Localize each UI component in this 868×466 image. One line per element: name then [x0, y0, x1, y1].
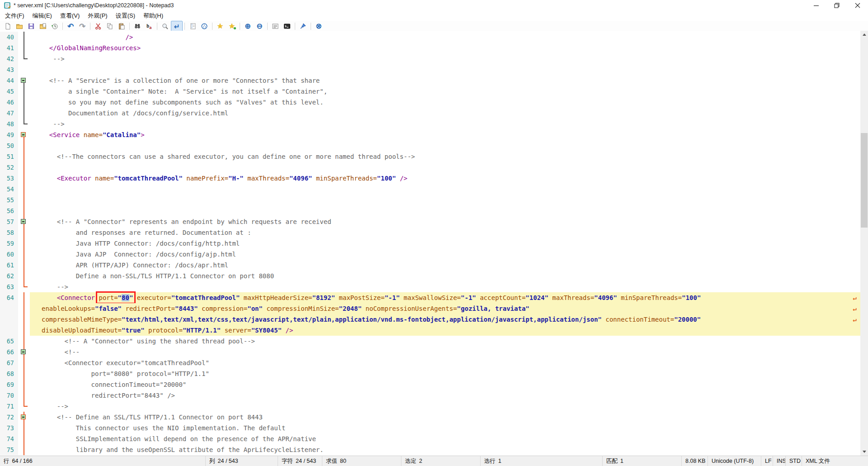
favorite-add-icon[interactable]: ★ [226, 21, 238, 32]
code-line[interactable] [30, 205, 860, 216]
zoom-out-icon[interactable]: ⊖ [254, 21, 265, 32]
scroll-down-icon[interactable] [860, 448, 868, 456]
code-line[interactable]: Java AJP Connector: /docs/config/ajp.htm… [30, 249, 860, 260]
cut-icon[interactable] [92, 21, 104, 32]
code-line[interactable]: <!-- A "Connector" using the shared thre… [30, 336, 860, 347]
exit-icon[interactable]: ⊗ [313, 21, 325, 32]
zoom-in-icon[interactable]: ⊕ [242, 21, 254, 32]
status-line[interactable]: 行64 / 166 [0, 456, 206, 466]
status-selected-chars[interactable]: 选定2 [401, 456, 481, 466]
code-line[interactable] [30, 64, 860, 75]
code-line[interactable]: --> [30, 281, 860, 292]
history-icon[interactable] [49, 21, 61, 32]
code-line[interactable]: <!-- A "Service" is a collection of one … [30, 75, 860, 86]
code-line[interactable] [30, 162, 860, 173]
status-insert-mode[interactable]: INS [773, 456, 786, 466]
encoding-icon[interactable] [198, 21, 210, 32]
menu-item-settings[interactable]: 设置(S) [112, 11, 139, 21]
code-line[interactable]: <!-- A "Connector" represents an endpoin… [30, 216, 860, 227]
code-line[interactable]: APR (HTTP/AJP) Connector: /docs/apr.html [30, 260, 860, 271]
status-eol-mode[interactable]: LF [761, 456, 773, 466]
console-icon[interactable] [281, 21, 293, 32]
code-line[interactable]: Java HTTP Connector: /docs/config/http.h… [30, 238, 860, 249]
code-line[interactable]: <!-- [30, 347, 860, 357]
pin-icon[interactable] [297, 21, 309, 32]
code-line[interactable]: --> [30, 53, 860, 64]
status-file-type[interactable]: XML 文件 [802, 456, 868, 466]
code-line[interactable]: disableUploadTimeout="true" protocol="HT… [30, 325, 860, 336]
code-line[interactable]: <Executor name="tomcatThreadPool" namePr… [30, 173, 860, 184]
save-icon[interactable] [25, 21, 37, 32]
minimize-button[interactable] [806, 0, 826, 11]
menu-item-help[interactable]: 帮助(H) [139, 11, 167, 21]
status-selected-lines[interactable]: 选行1 [481, 456, 603, 466]
code-line[interactable]: SSLImplementation will depend on the pre… [30, 433, 860, 444]
line-number: 67 [0, 357, 18, 368]
open-folder-icon[interactable] [14, 21, 25, 32]
code-line[interactable]: This connector uses the NIO implementati… [30, 423, 860, 433]
word-wrap-icon[interactable]: ↵ [171, 21, 183, 32]
code-line[interactable]: <Service name="Catalina"> [30, 129, 860, 140]
code-line[interactable]: <Connector executor="tomcatThreadPool" [30, 357, 860, 368]
status-matches[interactable]: 匹配1 [603, 456, 682, 466]
code-line[interactable]: a single "Container" Note: A "Service" i… [30, 86, 860, 97]
code-line[interactable]: connectionTimeout="20000" [30, 379, 860, 390]
menu-item-appearance[interactable]: 外观(P) [84, 11, 111, 21]
menu-item-file[interactable]: 文件(F) [1, 11, 28, 21]
code-line[interactable]: Documentation at /docs/config/service.ht… [30, 108, 860, 119]
code-line[interactable]: <!-- Define an SSL/TLS HTTP/1.1 Connecto… [30, 412, 860, 423]
code-line[interactable] [30, 184, 860, 195]
scrollbar-thumb[interactable] [861, 133, 868, 228]
code-row: 40 /> [0, 32, 860, 43]
menu-item-view[interactable]: 查看(V) [56, 11, 84, 21]
code-line[interactable]: redirectPort="8443" /> [30, 390, 860, 401]
fold-toggle-icon[interactable] [21, 78, 26, 83]
paste-icon[interactable] [116, 21, 127, 32]
code-row: 49 <Service name="Catalina"> [0, 129, 860, 140]
scroll-up-icon[interactable] [860, 31, 868, 38]
fold-toggle-icon[interactable] [21, 414, 26, 419]
undo-icon[interactable]: ↶ [65, 21, 76, 32]
code-line[interactable]: library and the useOpenSSL attribute of … [30, 444, 860, 455]
copy-icon[interactable] [104, 21, 116, 32]
status-column[interactable]: 列24 / 543 [206, 456, 278, 466]
menu-item-edit[interactable]: 编辑(E) [28, 11, 56, 21]
line-number: 53 [0, 173, 18, 184]
code-line[interactable] [30, 140, 860, 151]
status-mode-std[interactable]: STD [786, 456, 802, 466]
new-document-icon[interactable] [2, 21, 14, 32]
fold-toggle-icon[interactable] [21, 132, 26, 137]
code-line[interactable] [30, 195, 860, 205]
code-line[interactable]: <Connector port="80" executor="tomcatThr… [30, 292, 860, 303]
indent-guides-icon[interactable] [187, 21, 198, 32]
replace-icon[interactable]: ba [143, 21, 155, 32]
code-area[interactable]: 40 />41 </GlobalNamingResources>42 -->43… [0, 32, 860, 455]
code-line[interactable]: and responses are returned. Documentatio… [30, 227, 860, 238]
status-character[interactable]: 字符24 / 543 [278, 456, 322, 466]
code-line[interactable]: --> [30, 401, 860, 412]
redo-icon[interactable]: ↷ [76, 21, 88, 32]
code-line[interactable]: port="8080" protocol="HTTP/1.1" [30, 368, 860, 379]
code-line[interactable]: </GlobalNamingResources> [30, 43, 860, 53]
fold-toggle-icon[interactable] [21, 219, 26, 224]
code-line[interactable]: compressableMimeType="text/html,text/xml… [30, 314, 860, 325]
code-line[interactable]: /> [30, 32, 860, 43]
find-icon[interactable] [132, 21, 143, 32]
restore-button[interactable] [826, 0, 847, 11]
save-as-icon[interactable] [37, 21, 49, 32]
text-editor[interactable]: 40 />41 </GlobalNamingResources>42 -->43… [0, 31, 860, 456]
close-button[interactable] [847, 0, 868, 11]
code-line[interactable]: enableLookups="false" redirectPort="8443… [30, 303, 860, 314]
code-line[interactable]: --> [30, 119, 860, 129]
status-evaluation[interactable]: 求值80 [322, 456, 401, 466]
preview-icon[interactable] [159, 21, 171, 32]
code-line[interactable]: Define a non-SSL/TLS HTTP/1.1 Connector … [30, 271, 860, 281]
code-line[interactable]: so you may not define subcomponents such… [30, 97, 860, 108]
code-line[interactable]: <!--The connectors can use a shared exec… [30, 151, 860, 162]
vertical-scrollbar[interactable] [860, 31, 868, 456]
view-options-icon[interactable] [269, 21, 281, 32]
fold-toggle-icon[interactable] [21, 349, 26, 354]
status-file-size[interactable]: 8.08 KB [682, 456, 708, 466]
status-encoding[interactable]: Unicode (UTF-8) [708, 456, 761, 466]
favorite-icon[interactable]: ★ [214, 21, 226, 32]
